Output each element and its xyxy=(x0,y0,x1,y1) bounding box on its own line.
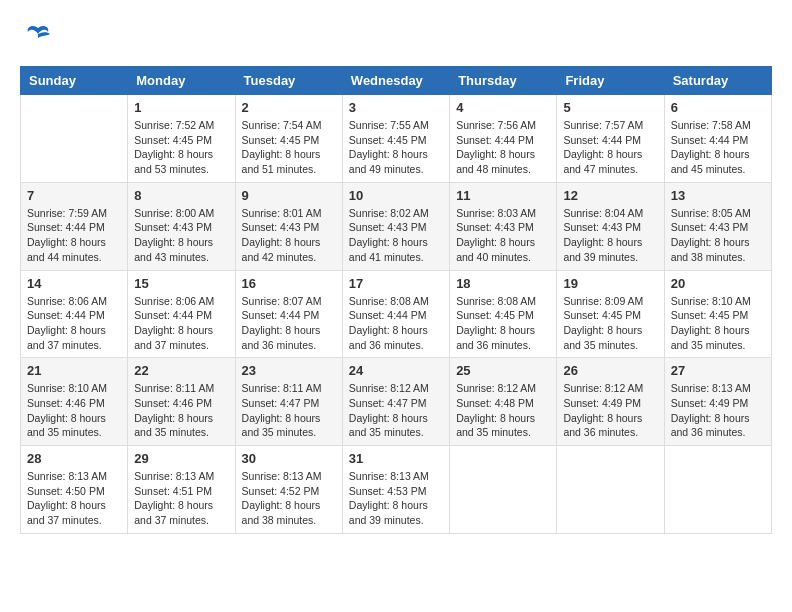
day-number: 25 xyxy=(456,363,550,378)
day-number: 23 xyxy=(242,363,336,378)
day-number: 5 xyxy=(563,100,657,115)
column-header-wednesday: Wednesday xyxy=(342,67,449,95)
week-row-2: 7Sunrise: 7:59 AM Sunset: 4:44 PM Daylig… xyxy=(21,182,772,270)
day-cell xyxy=(557,446,664,534)
day-cell: 7Sunrise: 7:59 AM Sunset: 4:44 PM Daylig… xyxy=(21,182,128,270)
day-cell: 28Sunrise: 8:13 AM Sunset: 4:50 PM Dayli… xyxy=(21,446,128,534)
day-info: Sunrise: 8:09 AM Sunset: 4:45 PM Dayligh… xyxy=(563,294,657,353)
day-cell: 18Sunrise: 8:08 AM Sunset: 4:45 PM Dayli… xyxy=(450,270,557,358)
week-row-5: 28Sunrise: 8:13 AM Sunset: 4:50 PM Dayli… xyxy=(21,446,772,534)
column-header-monday: Monday xyxy=(128,67,235,95)
day-number: 3 xyxy=(349,100,443,115)
column-header-tuesday: Tuesday xyxy=(235,67,342,95)
day-cell: 5Sunrise: 7:57 AM Sunset: 4:44 PM Daylig… xyxy=(557,95,664,183)
day-info: Sunrise: 8:02 AM Sunset: 4:43 PM Dayligh… xyxy=(349,206,443,265)
day-info: Sunrise: 8:10 AM Sunset: 4:46 PM Dayligh… xyxy=(27,381,121,440)
day-info: Sunrise: 8:03 AM Sunset: 4:43 PM Dayligh… xyxy=(456,206,550,265)
day-number: 27 xyxy=(671,363,765,378)
day-cell: 2Sunrise: 7:54 AM Sunset: 4:45 PM Daylig… xyxy=(235,95,342,183)
day-cell: 4Sunrise: 7:56 AM Sunset: 4:44 PM Daylig… xyxy=(450,95,557,183)
day-number: 22 xyxy=(134,363,228,378)
day-info: Sunrise: 8:08 AM Sunset: 4:44 PM Dayligh… xyxy=(349,294,443,353)
day-cell: 24Sunrise: 8:12 AM Sunset: 4:47 PM Dayli… xyxy=(342,358,449,446)
day-info: Sunrise: 7:55 AM Sunset: 4:45 PM Dayligh… xyxy=(349,118,443,177)
day-number: 2 xyxy=(242,100,336,115)
day-number: 8 xyxy=(134,188,228,203)
day-number: 12 xyxy=(563,188,657,203)
day-cell: 30Sunrise: 8:13 AM Sunset: 4:52 PM Dayli… xyxy=(235,446,342,534)
day-cell: 6Sunrise: 7:58 AM Sunset: 4:44 PM Daylig… xyxy=(664,95,771,183)
day-cell: 10Sunrise: 8:02 AM Sunset: 4:43 PM Dayli… xyxy=(342,182,449,270)
column-header-sunday: Sunday xyxy=(21,67,128,95)
day-info: Sunrise: 8:12 AM Sunset: 4:49 PM Dayligh… xyxy=(563,381,657,440)
day-info: Sunrise: 8:04 AM Sunset: 4:43 PM Dayligh… xyxy=(563,206,657,265)
day-cell: 8Sunrise: 8:00 AM Sunset: 4:43 PM Daylig… xyxy=(128,182,235,270)
day-cell: 25Sunrise: 8:12 AM Sunset: 4:48 PM Dayli… xyxy=(450,358,557,446)
day-info: Sunrise: 8:11 AM Sunset: 4:47 PM Dayligh… xyxy=(242,381,336,440)
day-cell: 29Sunrise: 8:13 AM Sunset: 4:51 PM Dayli… xyxy=(128,446,235,534)
logo-bird-icon xyxy=(20,20,56,56)
day-cell: 15Sunrise: 8:06 AM Sunset: 4:44 PM Dayli… xyxy=(128,270,235,358)
day-cell: 14Sunrise: 8:06 AM Sunset: 4:44 PM Dayli… xyxy=(21,270,128,358)
day-number: 18 xyxy=(456,276,550,291)
week-row-4: 21Sunrise: 8:10 AM Sunset: 4:46 PM Dayli… xyxy=(21,358,772,446)
day-number: 1 xyxy=(134,100,228,115)
week-row-1: 1Sunrise: 7:52 AM Sunset: 4:45 PM Daylig… xyxy=(21,95,772,183)
calendar-body: 1Sunrise: 7:52 AM Sunset: 4:45 PM Daylig… xyxy=(21,95,772,534)
day-number: 17 xyxy=(349,276,443,291)
day-number: 14 xyxy=(27,276,121,291)
day-cell: 3Sunrise: 7:55 AM Sunset: 4:45 PM Daylig… xyxy=(342,95,449,183)
logo xyxy=(20,20,60,56)
day-info: Sunrise: 8:10 AM Sunset: 4:45 PM Dayligh… xyxy=(671,294,765,353)
day-number: 7 xyxy=(27,188,121,203)
day-cell: 16Sunrise: 8:07 AM Sunset: 4:44 PM Dayli… xyxy=(235,270,342,358)
day-info: Sunrise: 8:13 AM Sunset: 4:49 PM Dayligh… xyxy=(671,381,765,440)
day-info: Sunrise: 8:08 AM Sunset: 4:45 PM Dayligh… xyxy=(456,294,550,353)
day-info: Sunrise: 8:12 AM Sunset: 4:48 PM Dayligh… xyxy=(456,381,550,440)
day-cell: 27Sunrise: 8:13 AM Sunset: 4:49 PM Dayli… xyxy=(664,358,771,446)
day-info: Sunrise: 8:12 AM Sunset: 4:47 PM Dayligh… xyxy=(349,381,443,440)
day-cell: 17Sunrise: 8:08 AM Sunset: 4:44 PM Dayli… xyxy=(342,270,449,358)
calendar-header: SundayMondayTuesdayWednesdayThursdayFrid… xyxy=(21,67,772,95)
column-header-saturday: Saturday xyxy=(664,67,771,95)
day-cell xyxy=(450,446,557,534)
day-number: 4 xyxy=(456,100,550,115)
day-info: Sunrise: 7:59 AM Sunset: 4:44 PM Dayligh… xyxy=(27,206,121,265)
day-cell: 1Sunrise: 7:52 AM Sunset: 4:45 PM Daylig… xyxy=(128,95,235,183)
day-info: Sunrise: 8:13 AM Sunset: 4:52 PM Dayligh… xyxy=(242,469,336,528)
day-number: 10 xyxy=(349,188,443,203)
day-number: 16 xyxy=(242,276,336,291)
day-info: Sunrise: 7:54 AM Sunset: 4:45 PM Dayligh… xyxy=(242,118,336,177)
column-header-friday: Friday xyxy=(557,67,664,95)
day-number: 15 xyxy=(134,276,228,291)
day-cell: 9Sunrise: 8:01 AM Sunset: 4:43 PM Daylig… xyxy=(235,182,342,270)
day-info: Sunrise: 7:56 AM Sunset: 4:44 PM Dayligh… xyxy=(456,118,550,177)
week-row-3: 14Sunrise: 8:06 AM Sunset: 4:44 PM Dayli… xyxy=(21,270,772,358)
day-info: Sunrise: 7:58 AM Sunset: 4:44 PM Dayligh… xyxy=(671,118,765,177)
day-info: Sunrise: 8:11 AM Sunset: 4:46 PM Dayligh… xyxy=(134,381,228,440)
day-number: 30 xyxy=(242,451,336,466)
day-cell: 21Sunrise: 8:10 AM Sunset: 4:46 PM Dayli… xyxy=(21,358,128,446)
day-number: 29 xyxy=(134,451,228,466)
day-cell: 22Sunrise: 8:11 AM Sunset: 4:46 PM Dayli… xyxy=(128,358,235,446)
day-number: 19 xyxy=(563,276,657,291)
day-number: 11 xyxy=(456,188,550,203)
day-cell: 31Sunrise: 8:13 AM Sunset: 4:53 PM Dayli… xyxy=(342,446,449,534)
header-row: SundayMondayTuesdayWednesdayThursdayFrid… xyxy=(21,67,772,95)
day-info: Sunrise: 8:07 AM Sunset: 4:44 PM Dayligh… xyxy=(242,294,336,353)
day-cell: 23Sunrise: 8:11 AM Sunset: 4:47 PM Dayli… xyxy=(235,358,342,446)
day-info: Sunrise: 8:00 AM Sunset: 4:43 PM Dayligh… xyxy=(134,206,228,265)
day-info: Sunrise: 8:01 AM Sunset: 4:43 PM Dayligh… xyxy=(242,206,336,265)
day-cell: 11Sunrise: 8:03 AM Sunset: 4:43 PM Dayli… xyxy=(450,182,557,270)
day-info: Sunrise: 8:13 AM Sunset: 4:50 PM Dayligh… xyxy=(27,469,121,528)
day-cell: 19Sunrise: 8:09 AM Sunset: 4:45 PM Dayli… xyxy=(557,270,664,358)
day-info: Sunrise: 7:57 AM Sunset: 4:44 PM Dayligh… xyxy=(563,118,657,177)
day-info: Sunrise: 7:52 AM Sunset: 4:45 PM Dayligh… xyxy=(134,118,228,177)
column-header-thursday: Thursday xyxy=(450,67,557,95)
day-number: 21 xyxy=(27,363,121,378)
day-info: Sunrise: 8:05 AM Sunset: 4:43 PM Dayligh… xyxy=(671,206,765,265)
page-header xyxy=(20,20,772,56)
day-number: 6 xyxy=(671,100,765,115)
day-cell xyxy=(21,95,128,183)
day-number: 9 xyxy=(242,188,336,203)
